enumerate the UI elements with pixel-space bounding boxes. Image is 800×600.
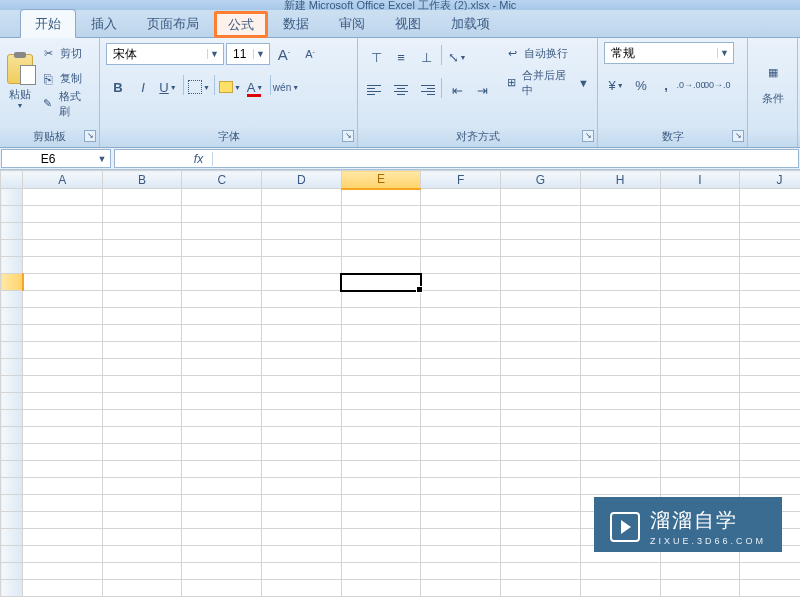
col-header[interactable]: F: [421, 171, 501, 189]
cell[interactable]: [501, 206, 581, 223]
cell[interactable]: [262, 240, 342, 257]
comma-button[interactable]: ,: [654, 73, 678, 97]
cell[interactable]: [102, 223, 182, 240]
cell[interactable]: [341, 291, 421, 308]
cell[interactable]: [102, 291, 182, 308]
cell[interactable]: [341, 444, 421, 461]
format-painter-button[interactable]: 格式刷: [38, 92, 93, 115]
cell[interactable]: [580, 359, 660, 376]
cell[interactable]: [580, 444, 660, 461]
cell[interactable]: [262, 376, 342, 393]
cell[interactable]: [23, 359, 103, 376]
cell[interactable]: [102, 546, 182, 563]
row-header[interactable]: [1, 529, 23, 546]
row-header[interactable]: [1, 478, 23, 495]
cell[interactable]: [23, 495, 103, 512]
tab-review[interactable]: 审阅: [324, 9, 380, 37]
cell[interactable]: [580, 223, 660, 240]
row-header[interactable]: [1, 580, 23, 597]
col-header[interactable]: H: [580, 171, 660, 189]
cell[interactable]: [23, 240, 103, 257]
cell[interactable]: [740, 274, 800, 291]
cell[interactable]: [182, 359, 262, 376]
cell[interactable]: [102, 376, 182, 393]
cell[interactable]: [23, 512, 103, 529]
cell[interactable]: [580, 393, 660, 410]
cell[interactable]: [102, 359, 182, 376]
cell[interactable]: [182, 427, 262, 444]
cell[interactable]: [182, 444, 262, 461]
cell[interactable]: [23, 427, 103, 444]
font-launcher[interactable]: ↘: [342, 130, 354, 142]
cell[interactable]: [421, 461, 501, 478]
alignment-launcher[interactable]: ↘: [582, 130, 594, 142]
cell[interactable]: [182, 257, 262, 274]
cell[interactable]: [102, 325, 182, 342]
cell[interactable]: [182, 308, 262, 325]
cell[interactable]: [182, 410, 262, 427]
tab-data[interactable]: 数据: [268, 9, 324, 37]
increase-decimal-button[interactable]: .0→.00: [679, 73, 703, 97]
cell[interactable]: [580, 308, 660, 325]
cell[interactable]: [23, 393, 103, 410]
row-header[interactable]: [1, 291, 23, 308]
cell[interactable]: [660, 461, 740, 478]
cell[interactable]: [102, 206, 182, 223]
cell[interactable]: [341, 427, 421, 444]
cell[interactable]: [23, 291, 103, 308]
cell[interactable]: [501, 325, 581, 342]
row-header[interactable]: [1, 189, 23, 206]
row-header[interactable]: [1, 376, 23, 393]
cell[interactable]: [580, 563, 660, 580]
cell[interactable]: [501, 308, 581, 325]
cell[interactable]: [262, 512, 342, 529]
cell[interactable]: [740, 580, 800, 597]
row-header[interactable]: [1, 206, 23, 223]
merge-center-button[interactable]: ⊞合并后居中▼: [502, 71, 591, 94]
cell[interactable]: [421, 529, 501, 546]
formula-input[interactable]: [213, 150, 798, 167]
cell[interactable]: [580, 478, 660, 495]
cell[interactable]: [23, 563, 103, 580]
cell[interactable]: [580, 580, 660, 597]
cell[interactable]: [341, 512, 421, 529]
cell[interactable]: [580, 461, 660, 478]
cell[interactable]: [580, 410, 660, 427]
cell[interactable]: [740, 223, 800, 240]
row-header[interactable]: [1, 427, 23, 444]
cell[interactable]: [421, 189, 501, 206]
cell[interactable]: [660, 257, 740, 274]
cell[interactable]: [341, 274, 421, 291]
cell[interactable]: [421, 206, 501, 223]
cell[interactable]: [660, 325, 740, 342]
cell[interactable]: [501, 189, 581, 206]
cell[interactable]: [262, 274, 342, 291]
cell[interactable]: [501, 291, 581, 308]
col-header[interactable]: J: [740, 171, 800, 189]
cell[interactable]: [501, 257, 581, 274]
cell[interactable]: [262, 546, 342, 563]
cell[interactable]: [102, 427, 182, 444]
font-size-combo[interactable]: 11▼: [226, 43, 270, 65]
cell[interactable]: [262, 325, 342, 342]
cell[interactable]: [102, 308, 182, 325]
cut-button[interactable]: 剪切: [38, 42, 93, 65]
row-header[interactable]: [1, 461, 23, 478]
row-header[interactable]: [1, 393, 23, 410]
cell[interactable]: [660, 206, 740, 223]
cell[interactable]: [262, 410, 342, 427]
cell[interactable]: [740, 240, 800, 257]
italic-button[interactable]: I: [131, 75, 155, 99]
copy-button[interactable]: 复制: [38, 67, 93, 90]
cell[interactable]: [262, 359, 342, 376]
pinyin-button[interactable]: wén▼: [274, 75, 298, 99]
cell[interactable]: [660, 291, 740, 308]
number-launcher[interactable]: ↘: [732, 130, 744, 142]
cell[interactable]: [182, 495, 262, 512]
cell[interactable]: [740, 189, 800, 206]
cell[interactable]: [501, 342, 581, 359]
cell[interactable]: [341, 495, 421, 512]
cell[interactable]: [102, 274, 182, 291]
cell[interactable]: [740, 359, 800, 376]
cell[interactable]: [102, 410, 182, 427]
